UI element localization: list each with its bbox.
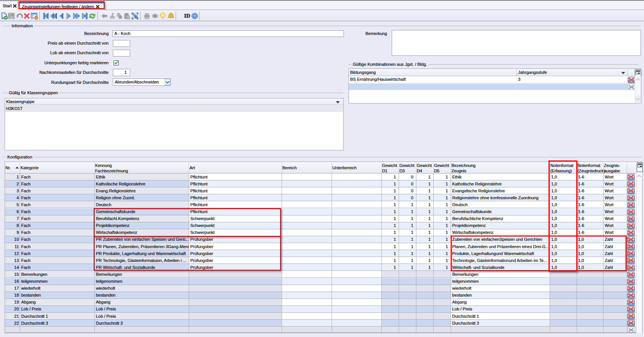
svg-text:?: ? [194,14,196,18]
